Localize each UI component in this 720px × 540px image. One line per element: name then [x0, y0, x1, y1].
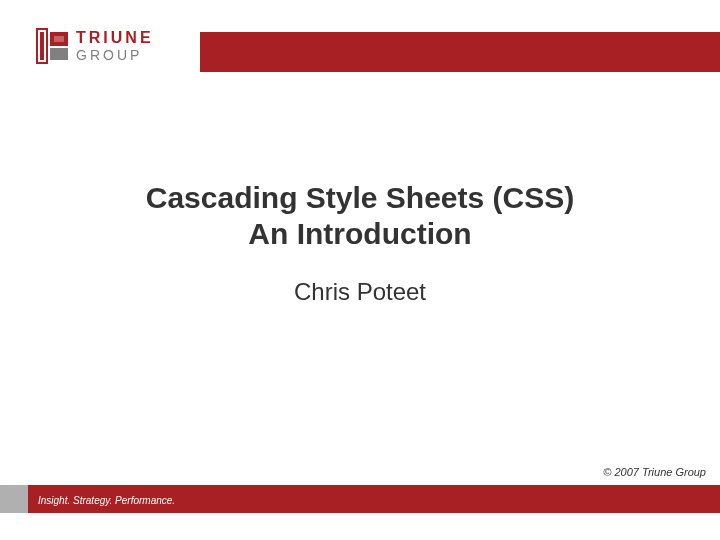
- slide-title: Cascading Style Sheets (CSS) An Introduc…: [0, 180, 720, 252]
- title-line-1: Cascading Style Sheets (CSS): [0, 180, 720, 216]
- logo-text-top: TRIUNE: [76, 30, 154, 46]
- svg-rect-2: [40, 32, 44, 60]
- logo: TRIUNE GROUP: [36, 28, 154, 64]
- logo-mark-icon: [36, 28, 68, 64]
- copyright-text: © 2007 Triune Group: [603, 466, 706, 478]
- title-line-2: An Introduction: [0, 216, 720, 252]
- slide-subtitle: Chris Poteet: [0, 278, 720, 306]
- logo-text-bottom: GROUP: [76, 48, 154, 62]
- header-accent-bar: [200, 32, 720, 72]
- tagline-text: Insight. Strategy. Performance.: [38, 495, 175, 506]
- logo-text: TRIUNE GROUP: [76, 30, 154, 62]
- svg-rect-4: [50, 48, 68, 60]
- svg-rect-5: [54, 36, 64, 42]
- footer-gray-block: [0, 485, 28, 513]
